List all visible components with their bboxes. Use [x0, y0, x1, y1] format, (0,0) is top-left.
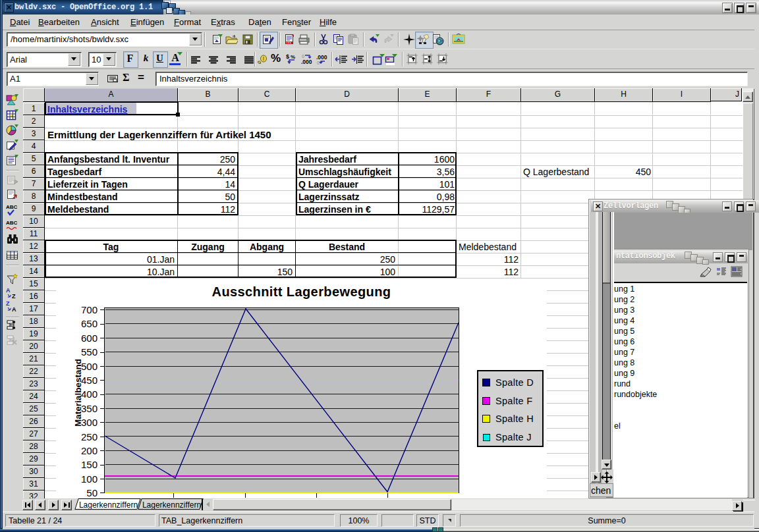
svg-text:Z: Z — [12, 293, 16, 300]
svg-text:Z: Z — [6, 300, 10, 307]
svg-text:.000: .000 — [301, 59, 312, 65]
svg-text:ABC: ABC — [6, 204, 18, 210]
svg-text:0: 0 — [302, 54, 304, 59]
svg-text:%: % — [291, 54, 295, 60]
svg-text:0: 0 — [317, 61, 320, 65]
svg-text:ABC: ABC — [6, 220, 18, 226]
svg-text:$: $ — [286, 53, 289, 60]
svg-text:A: A — [12, 306, 16, 313]
svg-text:A: A — [6, 287, 11, 294]
svg-text:.000: .000 — [316, 54, 327, 61]
